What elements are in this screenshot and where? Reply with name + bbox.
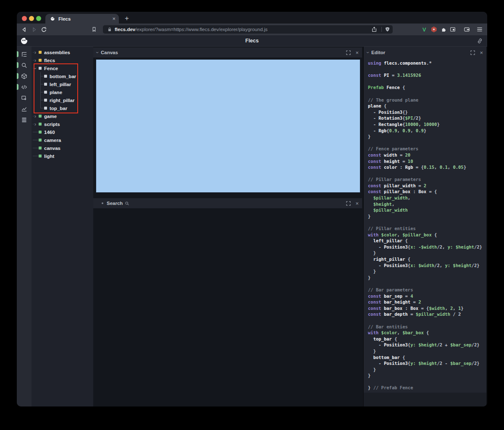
tree-item-label: top_bar bbox=[50, 106, 67, 111]
expand-arrow-icon[interactable]: › bbox=[33, 58, 39, 63]
tree-item-plane[interactable]: plane bbox=[32, 88, 93, 96]
url-bar[interactable]: flecs.dev/explorer/?wasm=https://www.fle… bbox=[103, 25, 393, 34]
extensions-puzzle-icon[interactable] bbox=[441, 26, 447, 33]
tree-item-light[interactable]: light bbox=[32, 152, 93, 160]
tree-item-flecs[interactable]: ›flecs bbox=[32, 56, 93, 64]
code-line: const pillar_width = 2 bbox=[368, 183, 486, 189]
brave-shield-icon[interactable] bbox=[384, 26, 391, 33]
tree-item-assemblies[interactable]: ›assemblies bbox=[32, 48, 93, 56]
collapse-chevron-icon[interactable]: › bbox=[94, 52, 100, 53]
editor-panel-header: › Editor × bbox=[364, 47, 486, 58]
close-window-button[interactable] bbox=[22, 16, 27, 21]
tree-item-label: 1460 bbox=[44, 130, 55, 135]
expand-arrow-icon[interactable]: › bbox=[33, 122, 39, 127]
tree-connector bbox=[33, 140, 39, 140]
code-line: - Position3{y: $height/2 - $bar_sep/2} bbox=[368, 360, 486, 367]
collapse-arrow-icon[interactable]: › bbox=[33, 66, 39, 71]
expand-arrow-icon[interactable]: › bbox=[33, 50, 39, 55]
code-line bbox=[368, 379, 486, 385]
code-area[interactable]: using flecs.components.*const PI = 3.141… bbox=[364, 59, 486, 393]
close-panel-icon[interactable]: × bbox=[480, 50, 483, 55]
expand-panel-icon[interactable] bbox=[346, 201, 351, 206]
collapsed-indicator-dot[interactable] bbox=[102, 202, 103, 204]
tree-item-scripts[interactable]: ›scripts bbox=[32, 120, 93, 128]
code-line: with $color, $pillar_box { bbox=[368, 232, 486, 238]
tree-item-game[interactable]: ›game bbox=[32, 112, 93, 120]
reload-button[interactable] bbox=[40, 26, 47, 33]
new-tab-button[interactable]: + bbox=[122, 13, 132, 24]
code-line: top_bar { bbox=[368, 336, 486, 342]
zoom-window-button[interactable] bbox=[36, 16, 41, 21]
tree-item-label: assemblies bbox=[44, 50, 70, 55]
back-button[interactable] bbox=[21, 26, 27, 33]
search-panel-header: Search × bbox=[93, 198, 362, 208]
code-line: - Position3{x: $width/2, y: $height/2} bbox=[368, 262, 486, 269]
tree-item-top_bar[interactable]: top_bar bbox=[32, 104, 93, 112]
code-line bbox=[368, 281, 486, 287]
toolbar-separator bbox=[381, 27, 382, 32]
active-view-indicator bbox=[17, 62, 18, 68]
active-view-indicator bbox=[17, 73, 18, 79]
close-panel-icon[interactable]: × bbox=[355, 201, 359, 206]
magnifier-icon bbox=[125, 201, 129, 206]
rows-stack-icon[interactable] bbox=[17, 114, 32, 125]
tree-item-left_pillar[interactable]: left_pillar bbox=[32, 80, 93, 88]
tree-item-Fence[interactable]: ›Fence bbox=[32, 64, 93, 72]
collapse-chevron-icon[interactable]: › bbox=[365, 52, 371, 53]
inspector-icon[interactable] bbox=[17, 92, 32, 103]
bookmark-icon[interactable] bbox=[91, 26, 97, 33]
expand-panel-icon[interactable] bbox=[346, 50, 351, 55]
code-line: } bbox=[368, 134, 486, 140]
code-line: const PI = 3.1415926 bbox=[368, 72, 486, 79]
code-line: $height, bbox=[368, 201, 486, 207]
tree-item-label: right_pillar bbox=[50, 98, 74, 103]
menu-icon[interactable] bbox=[476, 26, 483, 33]
tree-item-canvas[interactable]: canvas bbox=[32, 144, 93, 152]
share-link-icon[interactable] bbox=[477, 38, 483, 44]
entity-color-square bbox=[39, 59, 42, 62]
stats-chart-icon[interactable] bbox=[17, 103, 32, 114]
search-icon[interactable] bbox=[17, 60, 32, 71]
search-results-area bbox=[93, 208, 362, 406]
tree-item-1460[interactable]: 1460 bbox=[32, 128, 93, 136]
minimize-window-button[interactable] bbox=[29, 16, 34, 21]
scene-cube-icon[interactable] bbox=[17, 71, 32, 81]
wallet-icon[interactable] bbox=[463, 26, 470, 33]
red-hexagon-extension-icon[interactable] bbox=[430, 26, 437, 33]
tree-item-label: canvas bbox=[44, 146, 60, 151]
expand-panel-icon[interactable] bbox=[470, 50, 475, 55]
code-icon[interactable] bbox=[17, 81, 32, 92]
editor-panel: › Editor × using flecs.components.*const… bbox=[364, 47, 486, 406]
code-line: $pillar_width, bbox=[368, 195, 486, 201]
vue-devtools-icon[interactable]: V bbox=[421, 26, 428, 33]
browser-tab[interactable]: Flecs × bbox=[45, 14, 119, 24]
tree-item-right_pillar[interactable]: right_pillar bbox=[32, 96, 93, 104]
share-icon[interactable] bbox=[371, 26, 378, 33]
tree-connector bbox=[33, 148, 39, 148]
entity-color-square bbox=[39, 131, 42, 134]
code-line bbox=[368, 91, 486, 97]
outliner-tree-icon[interactable] bbox=[17, 49, 32, 60]
url-text: flecs.dev/explorer/?wasm=https://www.fle… bbox=[115, 27, 268, 32]
code-line: } bbox=[368, 367, 486, 373]
tree-item-label: Fence bbox=[44, 66, 58, 71]
tree-item-bottom_bar[interactable]: bottom_bar bbox=[32, 72, 93, 80]
canvas-3d-viewport[interactable] bbox=[96, 59, 360, 193]
tree-item-camera[interactable]: camera bbox=[32, 136, 93, 144]
browser-tab-bar: Flecs × + bbox=[17, 12, 487, 24]
search-panel-title: Search bbox=[107, 201, 123, 206]
code-line: // The ground plane bbox=[368, 97, 486, 103]
entity-tree: ›assemblies›flecs›Fencebottom_barleft_pi… bbox=[32, 47, 93, 406]
entity-color-square bbox=[44, 107, 47, 110]
close-panel-icon[interactable]: × bbox=[355, 50, 359, 55]
code-line: const pillar_box : Box = { bbox=[368, 189, 486, 195]
tab-close-icon[interactable]: × bbox=[112, 16, 116, 21]
main-panels-column: › Canvas × Search × bbox=[93, 47, 363, 406]
lock-icon bbox=[107, 27, 112, 32]
code-line: - Rotation3{$PI/2} bbox=[368, 115, 486, 121]
reader-panel-icon[interactable] bbox=[449, 26, 456, 33]
expand-arrow-icon[interactable]: › bbox=[33, 114, 39, 119]
code-line: const color : Rgb = {0.15, 0.1, 0.05} bbox=[368, 164, 486, 170]
code-line bbox=[368, 140, 486, 146]
forward-button[interactable] bbox=[31, 26, 37, 33]
